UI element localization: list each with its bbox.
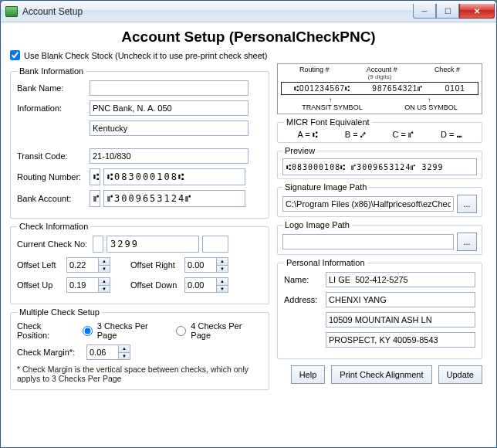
up-arrow-icon[interactable]: ▲ <box>99 258 110 266</box>
check-position-label: Check Position: <box>17 321 75 340</box>
bank-information-group: Bank Information Bank Name: Information: <box>10 66 269 219</box>
offset-right-spinner[interactable]: ▲▼ <box>184 257 228 273</box>
micr-diagram: Routing # Account # Check # (9 digits) ⑆… <box>277 63 482 114</box>
titlebar[interactable]: Account Setup ─ ☐ ✕ <box>1 1 496 22</box>
offset-left-label: Offset Left <box>17 260 63 270</box>
address3-input[interactable] <box>326 332 475 348</box>
bank-account-input[interactable]: ⑈3009653124⑈ <box>103 190 245 207</box>
offset-down-spinner[interactable]: ▲▼ <box>184 277 228 293</box>
check-no-symbol <box>93 236 103 253</box>
use-blank-check-stock-label: Use Blank Check Stock (Uncheck it to use… <box>24 51 267 60</box>
help-button[interactable]: Help <box>291 365 326 384</box>
transit-code-input[interactable] <box>90 148 248 164</box>
account-symbol: ⑈ <box>90 190 100 207</box>
maximize-button[interactable]: ☐ <box>436 4 459 19</box>
info-line1-input[interactable] <box>90 100 248 116</box>
information-label: Information: <box>17 104 86 113</box>
preview-group: Preview ⑆083000108⑆ ⑈3009653124⑈ 3299 <box>277 146 482 179</box>
address2-input[interactable] <box>326 312 475 328</box>
routing-number-label: Routing Number: <box>17 172 86 182</box>
offset-right-label: Offset Right <box>130 260 181 270</box>
signature-image-path-group: Signature Image Path ... <box>277 182 482 217</box>
check-information-group: Check Information Current Check No: 3299… <box>10 222 269 304</box>
four-checks-radio[interactable] <box>176 326 186 336</box>
multi-legend: Multiple Check Setup <box>17 307 102 317</box>
address1-input[interactable] <box>326 292 475 307</box>
bank-account-label: Bank Account: <box>17 194 86 203</box>
check-no-extra[interactable] <box>202 236 228 253</box>
window-title: Account Setup <box>22 6 413 17</box>
minimize-button[interactable]: ─ <box>413 4 436 19</box>
routing-number-input[interactable]: ⑆083000108⑆ <box>103 168 245 185</box>
preview-value: ⑆083000108⑆ ⑈3009653124⑈ 3299 <box>282 158 477 175</box>
signature-path-input[interactable] <box>282 196 454 212</box>
offset-up-spinner[interactable]: ▲▼ <box>66 277 110 293</box>
name-input[interactable] <box>326 272 475 287</box>
down-arrow-icon[interactable]: ▼ <box>99 266 110 273</box>
close-button[interactable]: ✕ <box>459 4 495 19</box>
bank-name-input[interactable] <box>90 80 248 96</box>
logo-browse-button[interactable]: ... <box>457 232 477 251</box>
three-checks-label: 3 Checks Per Page <box>97 321 169 340</box>
offset-down-label: Offset Down <box>130 280 181 290</box>
address-label: Address: <box>284 295 323 304</box>
bank-info-legend: Bank Information <box>17 66 86 76</box>
offset-up-label: Offset Up <box>17 280 63 290</box>
logo-path-input[interactable] <box>282 234 454 249</box>
offset-left-spinner[interactable]: ▲▼ <box>66 257 110 273</box>
multiple-check-setup-group: Multiple Check Setup Check Position: 3 C… <box>10 307 269 390</box>
check-margin-label: Check Margin*: <box>17 348 83 357</box>
update-button[interactable]: Update <box>438 365 482 384</box>
personal-information-group: Personal Information Name: Address: <box>277 258 482 359</box>
logo-image-path-group: Logo Image Path ... <box>277 220 482 255</box>
micr-font-equivalent-group: MICR Font Equivalent A = ⑆ B = ⑇ C = ⑈ D… <box>277 117 482 143</box>
margin-footnote: * Check Margin is the vertical space bet… <box>17 365 262 383</box>
signature-browse-button[interactable]: ... <box>457 195 477 213</box>
app-icon <box>5 6 18 17</box>
name-label: Name: <box>284 275 323 284</box>
page-title: Account Setup (PersonalCheckPNC) <box>10 29 487 46</box>
info-line2-input[interactable] <box>90 120 248 136</box>
three-checks-radio[interactable] <box>83 326 93 336</box>
check-margin-spinner[interactable]: ▲▼ <box>86 344 130 360</box>
transit-code-label: Transit Code: <box>17 151 86 161</box>
current-check-no-label: Current Check No: <box>17 239 90 249</box>
routing-symbol: ⑆ <box>90 168 100 185</box>
current-check-no-input[interactable]: 3299 <box>106 236 199 253</box>
bank-name-label: Bank Name: <box>17 83 86 93</box>
check-info-legend: Check Information <box>17 222 90 231</box>
use-blank-check-stock-checkbox[interactable] <box>10 50 20 60</box>
print-check-alignment-button[interactable]: Print Check Alignment <box>331 365 431 384</box>
account-setup-window: Account Setup ─ ☐ ✕ Account Setup (Perso… <box>0 0 497 448</box>
four-checks-label: 4 Checks Per Page <box>191 321 262 340</box>
